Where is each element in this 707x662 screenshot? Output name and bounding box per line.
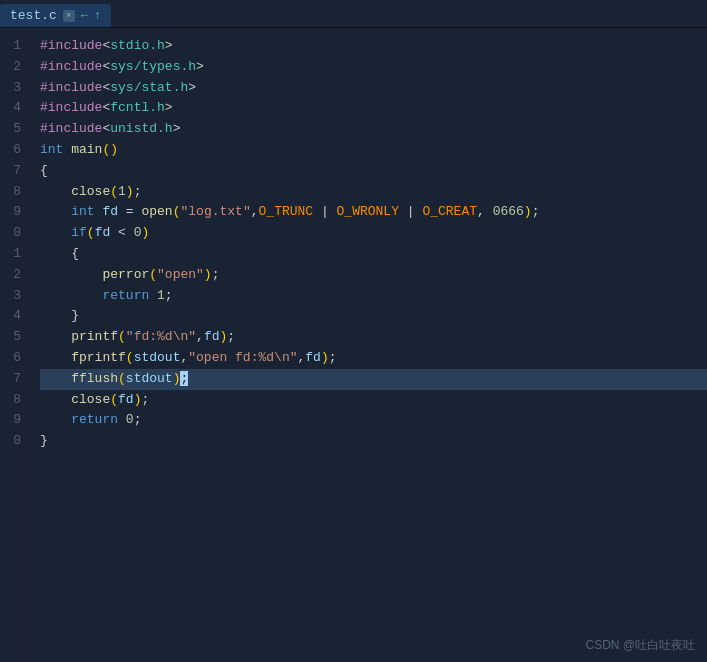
tab-test-c[interactable]: test.c × ← ↑ xyxy=(0,4,111,27)
code-line-15: printf("fd:%d\n",fd); xyxy=(40,327,707,348)
code-line-14: } xyxy=(40,306,707,327)
tab-bar: test.c × ← ↑ xyxy=(0,0,707,28)
tab-icon-up: ↑ xyxy=(94,9,101,23)
code-line-19: return 0; xyxy=(40,410,707,431)
code-line-3: #include<sys/stat.h> xyxy=(40,78,707,99)
line-numbers: 12345 67890 12345 67890 xyxy=(0,28,28,662)
code-line-12: perror("open"); xyxy=(40,265,707,286)
code-line-20: } xyxy=(40,431,707,452)
code-line-8: close(1); xyxy=(40,182,707,203)
code-line-10: if(fd < 0) xyxy=(40,223,707,244)
tab-filename: test.c xyxy=(10,8,57,23)
code-line-1: #include<stdio.h> xyxy=(40,36,707,57)
tab-close-icon[interactable]: × xyxy=(63,10,75,22)
code-line-16: fprintf(stdout,"open fd:%d\n",fd); xyxy=(40,348,707,369)
editor-area: 12345 67890 12345 67890 #include<stdio.h… xyxy=(0,28,707,662)
watermark: CSDN @吐白吐夜吐 xyxy=(585,637,695,654)
code-line-2: #include<sys/types.h> xyxy=(40,57,707,78)
code-line-6: int main() xyxy=(40,140,707,161)
editor-window: test.c × ← ↑ 12345 67890 12345 67890 #in… xyxy=(0,0,707,662)
code-lines[interactable]: #include<stdio.h> #include<sys/types.h> … xyxy=(28,28,707,662)
code-line-18: close(fd); xyxy=(40,390,707,411)
tab-icon-left: ← xyxy=(81,9,88,23)
code-container: 12345 67890 12345 67890 #include<stdio.h… xyxy=(0,28,707,662)
code-line-5: #include<unistd.h> xyxy=(40,119,707,140)
code-line-13: return 1; xyxy=(40,286,707,307)
code-line-7: { xyxy=(40,161,707,182)
code-line-17: fflush(stdout); xyxy=(40,369,707,390)
code-line-9: int fd = open("log.txt",O_TRUNC | O_WRON… xyxy=(40,202,707,223)
code-line-11: { xyxy=(40,244,707,265)
code-line-4: #include<fcntl.h> xyxy=(40,98,707,119)
